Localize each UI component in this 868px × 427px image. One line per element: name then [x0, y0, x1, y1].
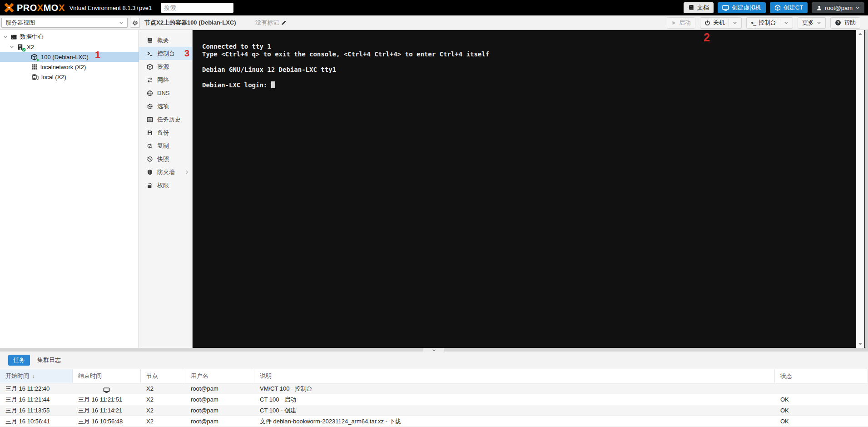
active-console-monitor-icon	[103, 387, 110, 393]
menu-item-firewall[interactable]: 防火墙	[139, 166, 192, 179]
column-header-start-time[interactable]: 开始时间	[0, 369, 73, 383]
cube-icon	[774, 5, 781, 11]
page-title: 节点X2上的容器100 (Debian-LXC)	[144, 15, 236, 30]
menu-item-permissions[interactable]: 权限	[139, 179, 192, 192]
scroll-down-icon[interactable]	[858, 343, 862, 345]
config-menu: 概要 控制台 3 资源 网络 DNS 选项 任务历史 备份	[139, 30, 193, 348]
chevron-down-icon	[119, 20, 124, 25]
storage-icon	[31, 74, 39, 80]
book-icon	[688, 5, 694, 11]
expander-icon	[10, 45, 14, 49]
tree-item-ct-100[interactable]: 100 (Debian-LXC)	[0, 52, 139, 62]
topbar-actions: 文档 创建虚拟机 创建CT root@pam	[684, 2, 864, 13]
divider	[780, 19, 780, 27]
view-settings-button[interactable]	[130, 18, 140, 28]
tree-item-datacenter[interactable]: 数据中心	[0, 32, 139, 42]
menu-item-replication[interactable]: 复制	[139, 139, 192, 152]
shield-icon	[147, 169, 153, 176]
more-button[interactable]: 更多	[798, 17, 826, 29]
menu-item-backup[interactable]: 备份	[139, 126, 192, 139]
view-selector[interactable]: 服务器视图	[1, 18, 128, 28]
menu-item-snapshots[interactable]: 快照	[139, 152, 192, 166]
column-header-node[interactable]: 节点	[141, 369, 185, 383]
gear-icon	[132, 20, 138, 26]
retweet-icon	[147, 143, 153, 149]
tasks-table-header: 开始时间 结束时间 节点 用户名 说明 状态	[0, 369, 868, 383]
create-vm-button[interactable]: 创建虚拟机	[718, 2, 766, 13]
menu-item-console[interactable]: 控制台 3	[139, 47, 192, 60]
window-edge	[865, 30, 868, 348]
terminal-icon	[147, 50, 153, 57]
monitor-icon	[722, 5, 729, 11]
annotation-1: 1	[95, 49, 100, 61]
panel-splitter[interactable]	[0, 348, 868, 352]
scroll-up-icon[interactable]	[858, 33, 862, 35]
unlock-icon	[147, 182, 153, 189]
online-check-icon	[22, 48, 26, 52]
console-line	[202, 58, 489, 66]
task-row[interactable]: 三月 16 11:22:40 X2 root@pam VM/CT 100 - 控…	[0, 383, 868, 394]
start-button[interactable]: 启动	[667, 17, 695, 29]
proxmox-logo-icon	[4, 2, 15, 13]
proxmox-logo: PROXMOX	[17, 3, 65, 13]
terminal-icon: >_	[751, 20, 756, 26]
running-play-icon	[36, 58, 40, 62]
question-icon	[835, 20, 841, 26]
menu-item-network[interactable]: 网络	[139, 73, 192, 86]
console-terminal[interactable]: Connected to tty 1 Type <Ctrl+4 q> to ex…	[193, 30, 868, 348]
history-icon	[147, 156, 153, 162]
tree-item-localnetwork[interactable]: localnetwork (X2)	[0, 62, 139, 72]
menu-item-task-history[interactable]: 任务历史	[139, 113, 192, 126]
status-cell: OK	[775, 394, 868, 405]
tasks-table: 开始时间 结束时间 节点 用户名 说明 状态 三月 16 11:22:40 X2…	[0, 369, 868, 427]
divider	[729, 19, 729, 27]
menu-item-dns[interactable]: DNS	[139, 86, 192, 100]
gear-icon	[147, 103, 153, 110]
help-button[interactable]: 帮助	[830, 17, 860, 29]
menu-item-options[interactable]: 选项	[139, 100, 192, 113]
floppy-icon	[147, 130, 153, 136]
shutdown-button[interactable]: 关机	[700, 17, 742, 29]
console-line: Type <Ctrl+4 q> to exit the console, <Ct…	[202, 50, 489, 58]
task-row[interactable]: 三月 16 11:21:44 三月 16 11:21:51 X2 root@pa…	[0, 394, 868, 405]
content-header: 服务器视图 节点X2上的容器100 (Debian-LXC) 没有标记 启动 关…	[0, 15, 868, 30]
guest-actions: 启动 关机 >_ 控制台 更多 帮助	[667, 17, 860, 29]
task-row[interactable]: 三月 16 10:56:41 三月 16 10:56:48 X2 root@pa…	[0, 416, 868, 427]
play-icon	[671, 20, 676, 25]
console-scrollbar[interactable]	[856, 30, 864, 348]
task-row[interactable]: 三月 16 11:13:55 三月 16 11:14:21 X2 root@pa…	[0, 405, 868, 416]
chevron-down-icon	[817, 20, 821, 25]
status-cell: OK	[775, 405, 868, 416]
proxmox-app: PROXMOX Virtual Environment 8.1.3+pve1 文…	[0, 0, 868, 427]
tab-cluster-log[interactable]: 集群日志	[35, 355, 64, 366]
exchange-icon	[147, 77, 153, 83]
console-line	[202, 74, 489, 81]
globe-icon	[147, 90, 153, 96]
network-grid-icon	[31, 64, 38, 70]
tree-item-local-storage[interactable]: local (X2)	[0, 72, 139, 82]
version-subtitle: Virtual Environment 8.1.3+pve1	[69, 5, 152, 11]
documentation-button[interactable]: 文档	[684, 2, 714, 13]
tab-tasks[interactable]: 任务	[8, 355, 30, 366]
annotation-2: 2	[704, 31, 710, 44]
splitter-handle[interactable]	[423, 348, 444, 352]
column-header-status[interactable]: 状态	[775, 369, 868, 383]
chevron-down-icon	[784, 20, 789, 25]
chevron-right-icon	[185, 170, 189, 174]
resource-tree: 数据中心 X2 100 (Debian-LXC) localnetwork (X…	[0, 30, 139, 348]
search-input[interactable]	[161, 3, 233, 13]
tree-item-node-x2[interactable]: X2	[0, 42, 139, 52]
menu-item-summary[interactable]: 概要	[139, 34, 192, 47]
column-header-description[interactable]: 说明	[254, 369, 775, 383]
chevron-down-icon	[855, 5, 860, 10]
column-header-user[interactable]: 用户名	[185, 369, 254, 383]
user-menu-button[interactable]: root@pam	[812, 2, 864, 13]
topbar: PROXMOX Virtual Environment 8.1.3+pve1 文…	[0, 0, 868, 15]
create-ct-button[interactable]: 创建CT	[770, 2, 808, 13]
tags-editor[interactable]: 没有标记	[255, 15, 287, 30]
console-button[interactable]: >_ 控制台	[746, 17, 793, 29]
pencil-icon	[281, 20, 287, 25]
menu-item-resources[interactable]: 资源	[139, 60, 192, 73]
server-icon	[10, 34, 17, 40]
column-header-end-time[interactable]: 结束时间	[73, 369, 141, 383]
